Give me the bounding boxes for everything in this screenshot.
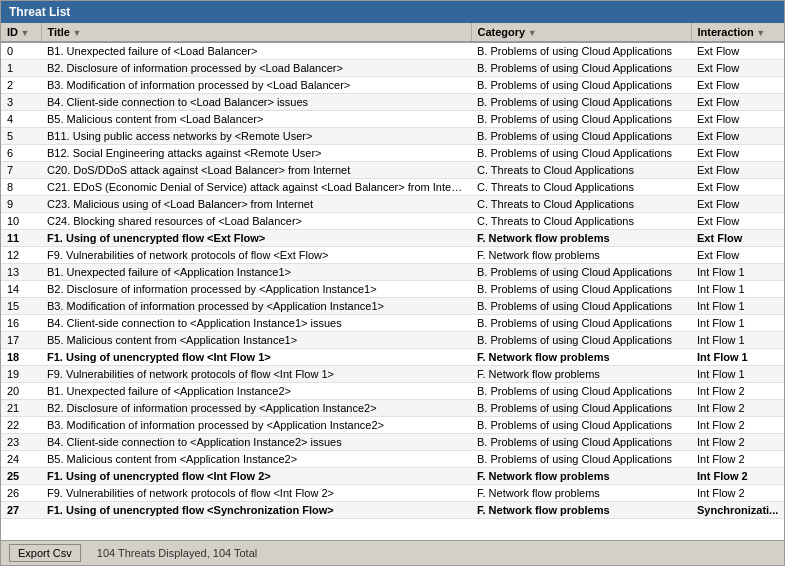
- col-header-title[interactable]: Title: [41, 23, 471, 42]
- table-row[interactable]: 1B2. Disclosure of information processed…: [1, 60, 784, 77]
- table-row[interactable]: 11F1. Using of unencrypted flow <Ext Flo…: [1, 230, 784, 247]
- cell-interaction: Ext Flow: [691, 230, 784, 247]
- table-row[interactable]: 10C24. Blocking shared resources of <Loa…: [1, 213, 784, 230]
- cell-category: F. Network flow problems: [471, 230, 691, 247]
- cell-title: B2. Disclosure of information processed …: [41, 400, 471, 417]
- export-csv-button[interactable]: Export Csv: [9, 544, 81, 562]
- cell-category: F. Network flow problems: [471, 468, 691, 485]
- table-row[interactable]: 0B1. Unexpected failure of <Load Balance…: [1, 42, 784, 60]
- cell-title: F1. Using of unencrypted flow <Ext Flow>: [41, 230, 471, 247]
- cell-id: 5: [1, 128, 41, 145]
- table-row[interactable]: 17B5. Malicious content from <Applicatio…: [1, 332, 784, 349]
- cell-interaction: Ext Flow: [691, 179, 784, 196]
- table-row[interactable]: 23B4. Client-side connection to <Applica…: [1, 434, 784, 451]
- cell-id: 27: [1, 502, 41, 519]
- table-row[interactable]: 19F9. Vulnerabilities of network protoco…: [1, 366, 784, 383]
- table-row[interactable]: 9C23. Malicious using of <Load Balancer>…: [1, 196, 784, 213]
- cell-interaction: Ext Flow: [691, 111, 784, 128]
- cell-category: B. Problems of using Cloud Applications: [471, 298, 691, 315]
- cell-category: B. Problems of using Cloud Applications: [471, 60, 691, 77]
- cell-id: 16: [1, 315, 41, 332]
- cell-title: C21. EDoS (Economic Denial of Service) a…: [41, 179, 471, 196]
- cell-id: 7: [1, 162, 41, 179]
- table-row[interactable]: 18F1. Using of unencrypted flow <Int Flo…: [1, 349, 784, 366]
- col-header-category[interactable]: Category: [471, 23, 691, 42]
- cell-id: 26: [1, 485, 41, 502]
- cell-title: B5. Malicious content from <Application …: [41, 332, 471, 349]
- cell-category: C. Threats to Cloud Applications: [471, 162, 691, 179]
- cell-title: C20. DoS/DDoS attack against <Load Balan…: [41, 162, 471, 179]
- cell-title: C23. Malicious using of <Load Balancer> …: [41, 196, 471, 213]
- cell-category: C. Threats to Cloud Applications: [471, 213, 691, 230]
- cell-title: B4. Client-side connection to <Applicati…: [41, 434, 471, 451]
- cell-interaction: Int Flow 2: [691, 383, 784, 400]
- cell-interaction: Int Flow 2: [691, 434, 784, 451]
- table-row[interactable]: 6B12. Social Engineering attacks against…: [1, 145, 784, 162]
- cell-interaction: Int Flow 2: [691, 400, 784, 417]
- cell-title: B2. Disclosure of information processed …: [41, 281, 471, 298]
- table-header-row: ID Title Category Interaction: [1, 23, 784, 42]
- cell-id: 11: [1, 230, 41, 247]
- cell-id: 9: [1, 196, 41, 213]
- table-row[interactable]: 12F9. Vulnerabilities of network protoco…: [1, 247, 784, 264]
- cell-id: 14: [1, 281, 41, 298]
- cell-id: 0: [1, 42, 41, 60]
- cell-category: B. Problems of using Cloud Applications: [471, 42, 691, 60]
- table-row[interactable]: 24B5. Malicious content from <Applicatio…: [1, 451, 784, 468]
- cell-interaction: Int Flow 1: [691, 332, 784, 349]
- cell-category: F. Network flow problems: [471, 366, 691, 383]
- cell-title: B5. Malicious content from <Load Balance…: [41, 111, 471, 128]
- table-row[interactable]: 25F1. Using of unencrypted flow <Int Flo…: [1, 468, 784, 485]
- table-row[interactable]: 5B11. Using public access networks by <R…: [1, 128, 784, 145]
- status-bar: Export Csv 104 Threats Displayed, 104 To…: [1, 540, 784, 565]
- table-row[interactable]: 27F1. Using of unencrypted flow <Synchro…: [1, 502, 784, 519]
- cell-interaction: Int Flow 1: [691, 366, 784, 383]
- cell-category: B. Problems of using Cloud Applications: [471, 400, 691, 417]
- table-row[interactable]: 13B1. Unexpected failure of <Application…: [1, 264, 784, 281]
- table-row[interactable]: 22B3. Modification of information proces…: [1, 417, 784, 434]
- cell-interaction: Ext Flow: [691, 213, 784, 230]
- cell-id: 12: [1, 247, 41, 264]
- col-header-interaction[interactable]: Interaction: [691, 23, 784, 42]
- cell-id: 2: [1, 77, 41, 94]
- cell-id: 13: [1, 264, 41, 281]
- cell-interaction: Int Flow 2: [691, 485, 784, 502]
- cell-id: 23: [1, 434, 41, 451]
- cell-id: 21: [1, 400, 41, 417]
- table-row[interactable]: 16B4. Client-side connection to <Applica…: [1, 315, 784, 332]
- cell-title: F9. Vulnerabilities of network protocols…: [41, 366, 471, 383]
- cell-id: 6: [1, 145, 41, 162]
- cell-category: B. Problems of using Cloud Applications: [471, 281, 691, 298]
- cell-interaction: Int Flow 1: [691, 349, 784, 366]
- table-row[interactable]: 15B3. Modification of information proces…: [1, 298, 784, 315]
- cell-category: B. Problems of using Cloud Applications: [471, 383, 691, 400]
- table-row[interactable]: 21B2. Disclosure of information processe…: [1, 400, 784, 417]
- cell-category: F. Network flow problems: [471, 247, 691, 264]
- cell-id: 15: [1, 298, 41, 315]
- table-row[interactable]: 2B3. Modification of information process…: [1, 77, 784, 94]
- cell-category: B. Problems of using Cloud Applications: [471, 145, 691, 162]
- table-row[interactable]: 3B4. Client-side connection to <Load Bal…: [1, 94, 784, 111]
- table-row[interactable]: 4B5. Malicious content from <Load Balanc…: [1, 111, 784, 128]
- table-row[interactable]: 14B2. Disclosure of information processe…: [1, 281, 784, 298]
- table-container[interactable]: ID Title Category Interaction 0B1. Unexp…: [1, 23, 784, 540]
- table-row[interactable]: 26F9. Vulnerabilities of network protoco…: [1, 485, 784, 502]
- cell-interaction: Int Flow 1: [691, 298, 784, 315]
- cell-category: B. Problems of using Cloud Applications: [471, 315, 691, 332]
- cell-interaction: Int Flow 1: [691, 264, 784, 281]
- table-row[interactable]: 7C20. DoS/DDoS attack against <Load Bala…: [1, 162, 784, 179]
- cell-interaction: Ext Flow: [691, 77, 784, 94]
- table-row[interactable]: 20B1. Unexpected failure of <Application…: [1, 383, 784, 400]
- col-header-id[interactable]: ID: [1, 23, 41, 42]
- cell-id: 20: [1, 383, 41, 400]
- cell-id: 10: [1, 213, 41, 230]
- cell-id: 22: [1, 417, 41, 434]
- cell-interaction: Ext Flow: [691, 94, 784, 111]
- cell-category: B. Problems of using Cloud Applications: [471, 111, 691, 128]
- cell-interaction: Int Flow 2: [691, 451, 784, 468]
- table-row[interactable]: 8C21. EDoS (Economic Denial of Service) …: [1, 179, 784, 196]
- cell-interaction: Synchronizati...: [691, 502, 784, 519]
- cell-title: B2. Disclosure of information processed …: [41, 60, 471, 77]
- cell-title: B1. Unexpected failure of <Application I…: [41, 264, 471, 281]
- cell-category: B. Problems of using Cloud Applications: [471, 451, 691, 468]
